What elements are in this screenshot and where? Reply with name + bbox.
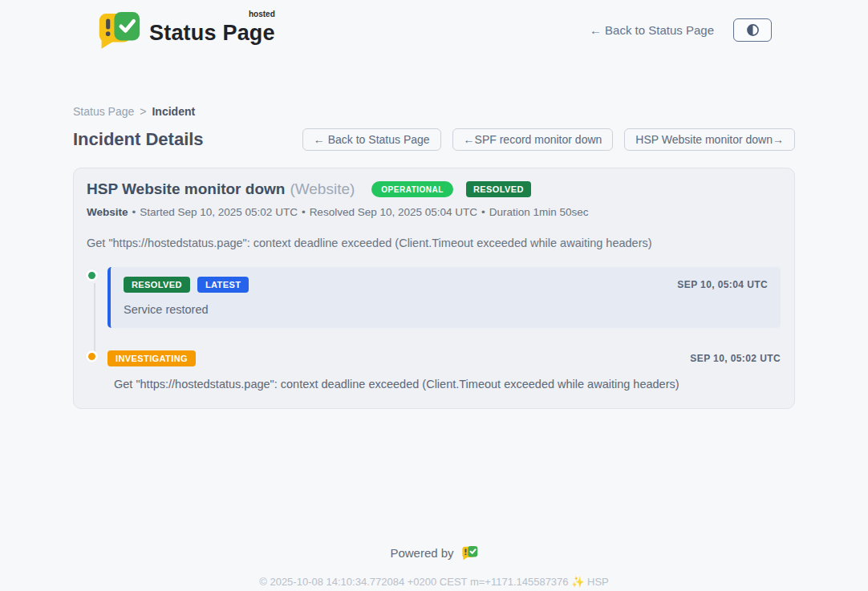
incident-title: HSP Website monitor down	[87, 180, 285, 198]
incident-card: HSP Website monitor down (Website) OPERA…	[73, 168, 795, 409]
operational-badge: OPERATIONAL	[371, 181, 453, 197]
timeline-latest-box: RESOLVED LATEST SEP 10, 05:04 UTC Servic…	[107, 267, 781, 328]
timeline-dot-resolved	[86, 269, 98, 281]
brand-name: Status Page	[149, 21, 275, 45]
brand-icon-small	[461, 545, 478, 561]
contrast-icon	[746, 23, 760, 37]
resolved-badge: RESOLVED	[466, 181, 531, 197]
breadcrumb: Status Page>Incident	[73, 105, 795, 118]
meta-component: Website	[87, 206, 128, 218]
timeline-message: Get "https://hostedstatus.page": context…	[114, 378, 781, 391]
theme-toggle-button[interactable]	[733, 18, 772, 42]
incident-timeline: RESOLVED LATEST SEP 10, 05:04 UTC Servic…	[87, 267, 781, 391]
timeline-investigating-badge: INVESTIGATING	[107, 350, 196, 366]
powered-by-label: Powered by	[390, 546, 453, 560]
back-to-status-page-button[interactable]: ← Back to Status Page	[302, 128, 441, 151]
incident-nav-buttons: ← Back to Status Page ←SPF record monito…	[302, 128, 795, 151]
meta-started: Started Sep 10, 2025 05:02 UTC	[140, 206, 298, 218]
timeline-dot-investigating	[86, 350, 98, 362]
incident-description: Get "https://hostedstatus.page": context…	[87, 237, 781, 249]
timeline-timestamp: SEP 10, 05:04 UTC	[677, 279, 768, 290]
meta-duration: Duration 1min 50sec	[489, 206, 589, 218]
copyright-text: © 2025-10-08 14:10:34.772084 +0200 CEST …	[0, 576, 868, 588]
prev-incident-button[interactable]: ←SPF record monitor down	[452, 128, 614, 151]
timeline-entry-resolved: RESOLVED LATEST SEP 10, 05:04 UTC Servic…	[87, 267, 781, 328]
next-incident-button[interactable]: HSP Website monitor down→	[624, 128, 795, 151]
timeline-message: Service restored	[124, 303, 768, 316]
brand-icon	[96, 10, 141, 50]
breadcrumb-separator: >	[140, 105, 146, 118]
footer: Powered by © 2025-10-08 14:10:34.772084 …	[0, 545, 868, 588]
timeline-latest-badge: LATEST	[197, 277, 249, 293]
breadcrumb-status-page[interactable]: Status Page	[73, 105, 134, 118]
brand-logo[interactable]: Status Page hosted	[96, 10, 275, 50]
back-to-status-page-link[interactable]: ← Back to Status Page	[590, 23, 714, 37]
powered-by: Powered by	[0, 545, 868, 561]
incident-component: (Website)	[290, 180, 355, 198]
main-content: Status Page>Incident Incident Details ← …	[73, 105, 795, 409]
timeline-timestamp: SEP 10, 05:02 UTC	[690, 353, 781, 364]
timeline-entry-investigating: INVESTIGATING SEP 10, 05:02 UTC Get "htt…	[87, 350, 781, 391]
header: Status Page hosted ← Back to Status Page	[96, 0, 772, 50]
brand-superscript: hosted	[249, 10, 275, 18]
meta-resolved: Resolved Sep 10, 2025 05:04 UTC	[310, 206, 477, 218]
incident-meta: Website•Started Sep 10, 2025 05:02 UTC•R…	[87, 206, 781, 218]
breadcrumb-incident: Incident	[152, 105, 195, 118]
page-title: Incident Details	[73, 129, 204, 150]
timeline-resolved-badge: RESOLVED	[124, 277, 190, 293]
